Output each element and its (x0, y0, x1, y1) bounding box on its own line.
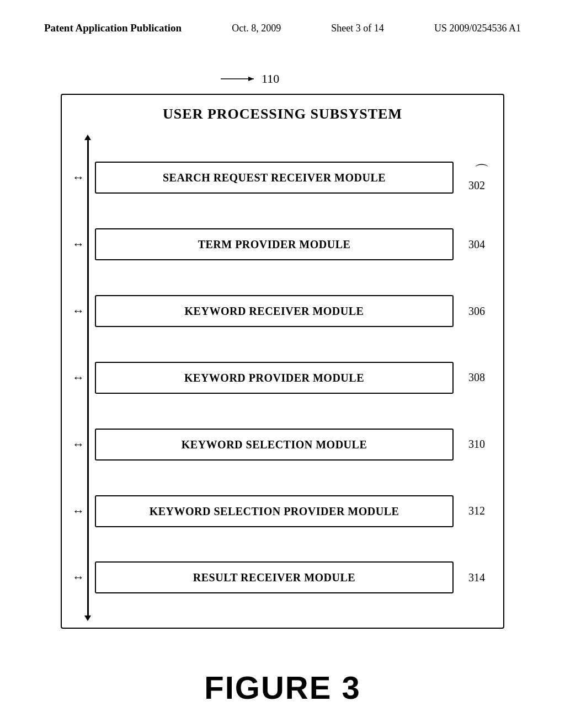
ref-110-number: 110 (262, 72, 279, 86)
module-row-310: ↔ KEYWORD SELECTION MODULE 310 (62, 429, 503, 461)
module-container: ↔ SEARCH REQUEST RECEIVER MODULE ⌒ 302 ↔ (62, 139, 503, 617)
ref-num-302: ⌒ 302 (454, 164, 492, 192)
arrow-304: ↔ (62, 238, 95, 250)
patent-number-label: US 2009/0254536 A1 (434, 23, 521, 34)
double-arrow-icon-306: ↔ (72, 305, 84, 317)
module-box-310: KEYWORD SELECTION MODULE (95, 429, 454, 461)
subsystem-title: USER PROCESSING SUBSYSTEM (62, 106, 503, 122)
double-arrow-icon-310: ↔ (72, 438, 84, 451)
arrow-314: ↔ (62, 571, 95, 584)
publication-label: Patent Application Publication (44, 22, 182, 34)
page-header: Patent Application Publication Oct. 8, 2… (0, 22, 565, 34)
figure-label: FIGURE 3 (0, 669, 565, 706)
sheet-label: Sheet 3 of 14 (331, 23, 383, 34)
arrow-302: ↔ (62, 172, 95, 184)
ref-num-314: 314 (454, 571, 492, 584)
ref-num-304: 304 (454, 238, 492, 251)
date-label: Oct. 8, 2009 (232, 23, 281, 34)
module-box-302: SEARCH REQUEST RECEIVER MODULE (95, 162, 454, 194)
module-box-308: KEYWORD PROVIDER MODULE (95, 362, 454, 394)
outer-subsystem-box: USER PROCESSING SUBSYSTEM ↔ SEARCH REQUE… (61, 94, 504, 629)
module-row-304: ↔ TERM PROVIDER MODULE 304 (62, 228, 503, 260)
module-row-308: ↔ KEYWORD PROVIDER MODULE 308 (62, 362, 503, 394)
module-row-306: ↔ KEYWORD RECEIVER MODULE 306 (62, 295, 503, 327)
module-row-314: ↔ RESULT RECEIVER MODULE 314 (62, 561, 503, 593)
arrow-308: ↔ (62, 372, 95, 384)
double-arrow-icon-302: ↔ (72, 172, 84, 184)
double-arrow-icon-308: ↔ (72, 372, 84, 384)
svg-marker-1 (248, 77, 254, 81)
diagram-area: 110 USER PROCESSING SUBSYSTEM ↔ SEARCH R… (44, 72, 521, 629)
module-box-314: RESULT RECEIVER MODULE (95, 561, 454, 593)
double-arrow-icon-304: ↔ (72, 238, 84, 250)
module-row-312: ↔ KEYWORD SELECTION PROVIDER MODULE 312 (62, 495, 503, 527)
module-box-312: KEYWORD SELECTION PROVIDER MODULE (95, 495, 454, 527)
ref-num-312: 312 (454, 505, 492, 517)
double-arrow-icon-312: ↔ (72, 505, 84, 517)
ref-num-308: 308 (454, 371, 492, 384)
ref-num-310: 310 (454, 438, 492, 451)
module-box-304: TERM PROVIDER MODULE (95, 228, 454, 260)
ref-110-label: 110 (221, 72, 279, 86)
module-row-302: ↔ SEARCH REQUEST RECEIVER MODULE ⌒ 302 (62, 162, 503, 194)
ref-num-306: 306 (454, 305, 492, 318)
arrow-310: ↔ (62, 438, 95, 451)
arrow-312: ↔ (62, 505, 95, 517)
module-box-306: KEYWORD RECEIVER MODULE (95, 295, 454, 327)
double-arrow-icon-314: ↔ (72, 571, 84, 584)
arrow-306: ↔ (62, 305, 95, 317)
